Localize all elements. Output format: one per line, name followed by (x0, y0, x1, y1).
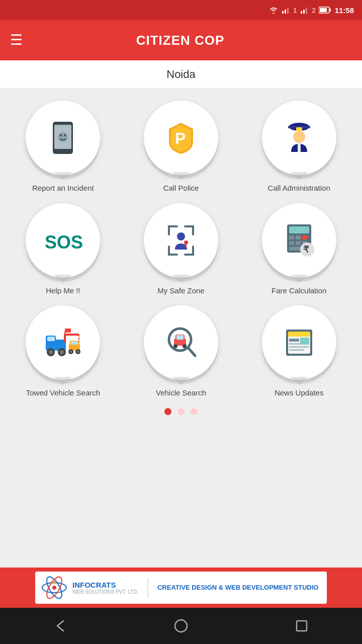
ad-text-area: INFOCRATS WEB SOLUTIONS PVT. LTD. (72, 581, 138, 595)
svg-rect-3 (301, 11, 302, 14)
safe-zone-icon (158, 218, 204, 263)
svg-point-12 (60, 134, 62, 136)
grid-item-help-me[interactable]: SOS Help Me !! (8, 203, 118, 296)
svg-point-39 (49, 350, 53, 354)
grid-item-vehicle-search[interactable]: Vehicle Search (126, 305, 236, 398)
report-incident-button[interactable] (26, 101, 100, 175)
help-me-button[interactable]: SOS (26, 203, 100, 278)
main-grid-area: Report an Incident P Call Police (0, 89, 362, 568)
call-police-icon: P (158, 115, 204, 160)
svg-rect-17 (296, 127, 302, 131)
fare-calc-label: Fare Calculation (272, 286, 326, 296)
svg-rect-2 (287, 8, 289, 14)
svg-rect-68 (300, 338, 309, 345)
svg-rect-7 (329, 9, 331, 12)
svg-rect-26 (296, 235, 301, 239)
ad-banner: INFOCRATS WEB SOLUTIONS PVT. LTD. CREATI… (0, 568, 362, 608)
call-admin-button[interactable] (262, 101, 336, 175)
call-police-label: Call Police (163, 183, 199, 193)
grid-item-news-updates[interactable]: News Updates (244, 305, 354, 398)
svg-rect-19 (298, 143, 301, 152)
svg-text:₹: ₹ (303, 245, 309, 255)
recent-apps-icon (295, 619, 309, 633)
call-police-button[interactable]: P (144, 101, 218, 175)
news-updates-icon (277, 320, 322, 365)
ad-content[interactable]: INFOCRATS WEB SOLUTIONS PVT. LTD. CREATI… (35, 572, 327, 604)
pagination-dot-3[interactable] (191, 408, 198, 415)
home-circle-icon (174, 619, 188, 633)
status-time: 11:58 (335, 6, 354, 15)
svg-text:P: P (175, 129, 186, 147)
svg-rect-1 (285, 10, 286, 14)
grid-item-report-incident[interactable]: Report an Incident (8, 101, 118, 193)
svg-line-55 (188, 348, 195, 356)
help-me-label: Help Me !! (46, 286, 80, 296)
svg-rect-31 (289, 247, 301, 251)
svg-rect-24 (289, 226, 309, 233)
help-me-icon: SOS (40, 218, 85, 263)
wifi-icon (269, 6, 278, 14)
battery-icon (319, 7, 331, 14)
svg-point-49 (70, 351, 72, 353)
grid-item-fare-calc[interactable]: ₹ Fare Calculation (244, 203, 354, 296)
svg-rect-67 (289, 349, 304, 351)
svg-rect-8 (320, 8, 327, 12)
svg-rect-28 (289, 241, 294, 245)
svg-point-72 (52, 586, 56, 590)
nav-back-button[interactable] (45, 611, 75, 641)
safe-zone-button[interactable] (144, 203, 218, 278)
svg-rect-25 (289, 235, 294, 239)
svg-rect-64 (289, 339, 299, 342)
network2-label: 2 (312, 7, 315, 14)
pagination-dots (8, 398, 354, 423)
towed-vehicle-button[interactable] (26, 305, 100, 380)
nav-home-button[interactable] (166, 611, 196, 641)
svg-point-51 (77, 351, 79, 353)
network1-label: 1 (293, 7, 297, 14)
vehicle-search-icon (158, 320, 204, 365)
vehicle-search-label: Vehicle Search (156, 388, 206, 398)
svg-rect-0 (282, 11, 284, 14)
ad-sub-label: WEB SOLUTIONS PVT. LTD. (72, 589, 138, 595)
svg-rect-53 (65, 329, 71, 333)
signal2-icon (300, 6, 309, 14)
hamburger-menu[interactable]: ☰ (10, 33, 23, 47)
report-incident-icon (40, 115, 85, 160)
svg-rect-37 (47, 337, 55, 341)
pagination-dot-2[interactable] (177, 408, 185, 415)
vehicle-search-button[interactable] (144, 305, 218, 380)
nav-recent-button[interactable] (287, 611, 317, 641)
svg-rect-47 (71, 341, 78, 345)
grid-item-call-police[interactable]: P Call Police (126, 101, 236, 193)
svg-point-18 (293, 131, 305, 143)
app-title: CITIZEN COP (33, 33, 328, 48)
status-bar: 1 2 11:58 (0, 0, 362, 20)
ad-company-name: INFOCRATS (72, 581, 138, 589)
grid-item-call-admin[interactable]: Call Administration (244, 101, 354, 193)
nav-bar (0, 608, 362, 644)
fare-calc-button[interactable]: ₹ (262, 203, 336, 278)
grid-item-safe-zone[interactable]: My Safe Zone (126, 203, 236, 296)
svg-rect-27 (302, 235, 307, 239)
svg-point-21 (177, 232, 185, 240)
news-updates-button[interactable] (262, 305, 336, 380)
grid-item-towed-vehicle[interactable]: Towed Vehicle Search (8, 305, 118, 398)
svg-point-59 (173, 344, 177, 348)
svg-point-60 (183, 344, 187, 348)
towed-vehicle-icon (40, 320, 85, 365)
svg-point-74 (175, 620, 187, 632)
svg-rect-5 (306, 8, 307, 14)
svg-rect-29 (296, 241, 301, 245)
location-bar: Noida (0, 60, 362, 89)
feature-grid: Report an Incident P Call Police (8, 101, 354, 398)
svg-point-22 (184, 240, 188, 245)
svg-point-13 (64, 134, 66, 136)
fare-calc-icon: ₹ (277, 218, 322, 263)
call-admin-icon (277, 115, 322, 160)
status-icons: 1 2 (269, 6, 330, 14)
svg-rect-63 (288, 332, 310, 337)
location-label: Noida (166, 68, 195, 81)
app-bar: ☰ CITIZEN COP (0, 20, 362, 60)
signal1-icon (281, 6, 290, 14)
pagination-dot-1[interactable] (164, 408, 171, 415)
